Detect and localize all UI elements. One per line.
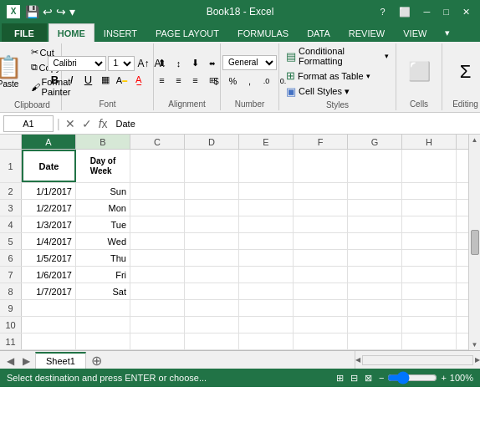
add-sheet-button[interactable]: ⊕: [88, 353, 105, 369]
cell-a8[interactable]: 1/7/2017: [22, 283, 76, 299]
cell-d3[interactable]: [185, 200, 239, 216]
cell-h5[interactable]: [402, 233, 457, 249]
cell-b8[interactable]: Sat: [76, 283, 130, 299]
cell-f9[interactable]: [294, 300, 348, 316]
zoom-slider[interactable]: [387, 371, 437, 384]
cell-d7[interactable]: [185, 267, 239, 283]
cell-e3[interactable]: [239, 200, 294, 216]
cell-h1[interactable]: [402, 150, 457, 182]
align-center-btn[interactable]: ≡: [171, 73, 186, 88]
row-num-6[interactable]: 6: [0, 250, 22, 266]
cell-b7[interactable]: Fri: [76, 267, 130, 283]
col-header-c[interactable]: C: [130, 135, 185, 149]
cell-a6[interactable]: 1/5/2017: [22, 250, 76, 266]
formula-input[interactable]: [113, 115, 477, 132]
increase-decimal-btn[interactable]: .0: [259, 74, 274, 89]
currency-btn[interactable]: $: [209, 74, 224, 89]
cell-e9[interactable]: [239, 300, 294, 316]
format-as-table-button[interactable]: ⊞ Format as Table ▾: [284, 69, 372, 83]
cell-d6[interactable]: [185, 250, 239, 266]
increase-font-btn[interactable]: A↑: [136, 56, 151, 71]
cell-b5[interactable]: Wed: [76, 233, 130, 249]
cell-c4[interactable]: [130, 216, 185, 232]
cell-c2[interactable]: [130, 183, 185, 199]
border-button[interactable]: ▦: [98, 73, 113, 88]
horizontal-scrollbar[interactable]: [362, 355, 473, 365]
sheet-nav-left[interactable]: ◀: [3, 354, 18, 369]
cell-e4[interactable]: [239, 216, 294, 232]
cell-h11[interactable]: [402, 333, 457, 349]
col-header-g[interactable]: G: [348, 135, 402, 149]
percent-btn[interactable]: %: [226, 74, 241, 89]
ribbon-display-button[interactable]: ⬜: [396, 5, 414, 19]
cell-c7[interactable]: [130, 267, 185, 283]
cell-f10[interactable]: [294, 317, 348, 333]
cell-g8[interactable]: [348, 283, 402, 299]
view-page-break-icon[interactable]: ⊠: [365, 373, 372, 384]
font-name-select[interactable]: Calibri: [48, 56, 106, 71]
cell-a5[interactable]: 1/4/2017: [22, 233, 76, 249]
cell-d4[interactable]: [185, 216, 239, 232]
cell-d11[interactable]: [185, 333, 239, 349]
cell-a1[interactable]: Date: [22, 150, 76, 182]
confirm-formula-button[interactable]: ✓: [80, 117, 94, 130]
cell-c1[interactable]: [130, 150, 185, 182]
cell-g2[interactable]: [348, 183, 402, 199]
tab-formulas[interactable]: FORMULAS: [228, 23, 298, 42]
cell-f7[interactable]: [294, 267, 348, 283]
scroll-thumb[interactable]: [471, 230, 479, 255]
cell-c9[interactable]: [130, 300, 185, 316]
cell-g11[interactable]: [348, 333, 402, 349]
cell-f4[interactable]: [294, 216, 348, 232]
col-header-a[interactable]: A: [22, 135, 76, 149]
number-format-select[interactable]: General: [222, 55, 277, 70]
scroll-up-arrow[interactable]: ▲: [472, 136, 478, 144]
cell-b9[interactable]: [76, 300, 130, 316]
row-num-4[interactable]: 4: [0, 216, 22, 232]
cell-e1[interactable]: [239, 150, 294, 182]
align-left-btn[interactable]: ≡: [155, 73, 170, 88]
align-right-btn[interactable]: ≡: [188, 73, 203, 88]
row-num-1[interactable]: 1: [0, 150, 22, 182]
cell-d2[interactable]: [185, 183, 239, 199]
conditional-formatting-button[interactable]: ▤ Conditional Formatting ▾: [284, 45, 391, 67]
italic-button[interactable]: I: [64, 73, 79, 88]
font-size-select[interactable]: 11: [108, 56, 135, 71]
cell-f2[interactable]: [294, 183, 348, 199]
cell-g9[interactable]: [348, 300, 402, 316]
sheet-nav-right[interactable]: ▶: [19, 354, 33, 369]
cell-f8[interactable]: [294, 283, 348, 299]
cell-a10[interactable]: [22, 317, 76, 333]
cell-e10[interactable]: [239, 317, 294, 333]
tab-home[interactable]: HOME: [49, 23, 94, 42]
cell-e5[interactable]: [239, 233, 294, 249]
tab-more[interactable]: ▾: [436, 23, 459, 42]
cell-e6[interactable]: [239, 250, 294, 266]
cells-button[interactable]: ⬜: [404, 59, 435, 85]
cell-d9[interactable]: [185, 300, 239, 316]
cell-h9[interactable]: [402, 300, 457, 316]
cell-b2[interactable]: Sun: [76, 183, 130, 199]
cell-h10[interactable]: [402, 317, 457, 333]
tab-data[interactable]: DATA: [298, 23, 340, 42]
cell-f6[interactable]: [294, 250, 348, 266]
row-num-9[interactable]: 9: [0, 300, 22, 316]
cell-h6[interactable]: [402, 250, 457, 266]
row-num-10[interactable]: 10: [0, 317, 22, 333]
view-normal-icon[interactable]: ⊞: [336, 373, 344, 384]
row-num-3[interactable]: 3: [0, 200, 22, 216]
fill-color-button[interactable]: A▬: [115, 73, 130, 88]
align-top-btn[interactable]: ⬆: [155, 56, 170, 71]
cell-b11[interactable]: [76, 333, 130, 349]
cell-c5[interactable]: [130, 233, 185, 249]
cell-f5[interactable]: [294, 233, 348, 249]
cell-c10[interactable]: [130, 317, 185, 333]
col-header-h[interactable]: H: [402, 135, 457, 149]
cell-a4[interactable]: 1/3/2017: [22, 216, 76, 232]
align-middle-btn[interactable]: ↕: [171, 56, 186, 71]
cell-g4[interactable]: [348, 216, 402, 232]
cell-f11[interactable]: [294, 333, 348, 349]
cell-a7[interactable]: 1/6/2017: [22, 267, 76, 283]
cell-h3[interactable]: [402, 200, 457, 216]
vertical-scrollbar[interactable]: ▲ ▼: [468, 135, 480, 350]
